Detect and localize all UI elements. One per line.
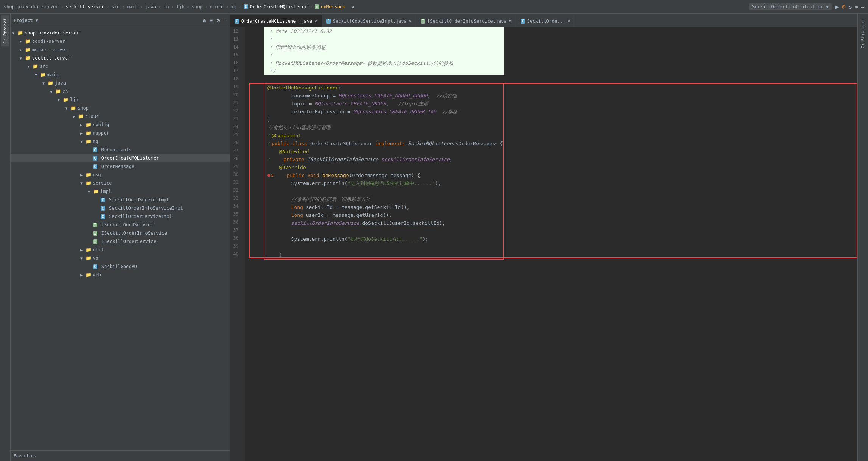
editor-area: C OrderCreateMQListener.java ✕ C Seckill… bbox=[230, 14, 857, 461]
code-line-16: * RocketMQListener<OrderMessage> 参数是秒杀方法… bbox=[264, 59, 504, 67]
breadcrumb-item-1[interactable]: seckill-server bbox=[66, 4, 104, 9]
tree-item-main[interactable]: ▼ 📁 main bbox=[11, 71, 230, 79]
breadcrumb-item-9[interactable]: mq bbox=[231, 4, 236, 9]
code-line-23: ) bbox=[264, 116, 503, 124]
panel-ctrl-2[interactable]: ≡ bbox=[210, 17, 213, 24]
tree-item-shop[interactable]: ▼ 📁 shop bbox=[11, 104, 230, 112]
code-line-22: selectorExpression = MQConstants.CREATE_… bbox=[264, 108, 503, 116]
breadcrumb-item-2[interactable]: src bbox=[111, 4, 120, 9]
tab-icon-0: C bbox=[235, 19, 239, 24]
tree-item-vo[interactable]: ▼ 📁 vo bbox=[11, 254, 230, 262]
breadcrumb-item-3[interactable]: main bbox=[127, 4, 138, 9]
panel-ctrl-3[interactable]: ⚙ bbox=[217, 17, 220, 24]
tab-iseckillorderinfoservice[interactable]: I ISeckillOrderInfoService.java ✕ bbox=[416, 15, 516, 27]
breadcrumb-method-icon: m bbox=[315, 4, 320, 9]
tab-close-3[interactable]: ✕ bbox=[568, 19, 570, 24]
tree-item-config[interactable]: ▶ 📁 config bbox=[11, 121, 230, 129]
tree-item-ljh[interactable]: ▼ 📁 ljh bbox=[11, 96, 230, 104]
structure-tab-label[interactable]: Z: Structure bbox=[859, 15, 867, 51]
reload-button[interactable]: ↻ bbox=[849, 4, 852, 10]
tree-item-seckillgoodvo[interactable]: ▶ C SeckillGoodVO bbox=[11, 262, 230, 271]
tree-item-seckillorderinfoserviceimpl[interactable]: ▶ C SeckillOrderInfoServiceImpl bbox=[11, 204, 230, 212]
structure-tab: Z: Structure bbox=[857, 14, 868, 461]
code-line-17: */ bbox=[264, 67, 504, 75]
tree-item-msg[interactable]: ▶ 📁 msg bbox=[11, 171, 230, 179]
tab-ordercreateMQlistener[interactable]: C OrderCreateMQListener.java ✕ bbox=[230, 15, 322, 27]
code-line-36: seckillOrderInfoService.doSeckill(userId… bbox=[264, 219, 503, 227]
code-line-33: //拿到对应的数据后，调用秒杀方法 bbox=[264, 195, 503, 203]
code-line-14: * 消费MQ里面的秒杀消息 bbox=[264, 43, 504, 51]
code-line-19: @RocketMQMessageListener( bbox=[264, 84, 503, 92]
code-line-35: Long userId = message.getUserId(); bbox=[264, 211, 503, 219]
panel-ctrl-4[interactable]: — bbox=[224, 17, 227, 24]
tab-label-0: OrderCreateMQListener.java bbox=[241, 19, 312, 24]
code-line-15: * bbox=[264, 51, 504, 59]
tree-item-iseckillorderservice[interactable]: ▶ I ISeckillOrderService bbox=[11, 237, 230, 246]
code-line-28: ✓ private ISeckillOrderInfoService secki… bbox=[264, 155, 503, 163]
tree-item-seckill-server[interactable]: ▼ 📁 seckill-server bbox=[11, 54, 230, 62]
tab-label-3: SeckillOrde... bbox=[527, 19, 565, 24]
tree-item-iseckillorderinfoservice[interactable]: ▶ I ISeckillOrderInfoService bbox=[11, 229, 230, 237]
panel-ctrl-1[interactable]: ⊕ bbox=[203, 17, 206, 24]
tree-item-java[interactable]: ▼ 📁 java bbox=[11, 79, 230, 87]
tab-close-1[interactable]: ✕ bbox=[409, 19, 412, 24]
line-numbers-column: 12 13 14 15 16 17 18 19 20 21 22 23 24 2… bbox=[230, 27, 245, 461]
tree-item-mapper[interactable]: ▶ 📁 mapper bbox=[11, 129, 230, 137]
tree-item-ordermessage[interactable]: ▶ C OrderMessage bbox=[11, 162, 230, 171]
tab-close-0[interactable]: ✕ bbox=[314, 19, 317, 24]
debug-button[interactable]: ⚙ bbox=[842, 3, 846, 10]
code-line-34: Long seckillId = message.getSeckillId(); bbox=[264, 203, 503, 211]
panel-title: Project ▼ bbox=[14, 18, 38, 23]
code-line-32 bbox=[264, 187, 503, 195]
tree-item-cloud[interactable]: ▼ 📁 cloud bbox=[11, 112, 230, 121]
tab-seckillgoodserviceimpl[interactable]: C SeckillGoodServiceImpl.java ✕ bbox=[322, 15, 416, 27]
tree-item-mqconstants[interactable]: ▶ C MQConstants bbox=[11, 146, 230, 154]
tree-item-ordercreateMQlistener[interactable]: ▶ C OrderCreateMQListener bbox=[11, 154, 230, 162]
tab-close-2[interactable]: ✕ bbox=[509, 19, 512, 24]
code-line-38: System.err.println("执行完doSeckill方法......… bbox=[264, 235, 503, 243]
breadcrumb-item-5[interactable]: cn bbox=[163, 4, 169, 9]
tree-item-seckillgoodserviceimpl[interactable]: ▶ C SeckillGoodServiceImpl bbox=[11, 196, 230, 204]
tree-item-src[interactable]: ▼ 📁 src bbox=[11, 62, 230, 71]
project-tree: ▼ 📁 shop-provider-server ▶ 📁 goods-serve… bbox=[11, 27, 230, 450]
code-main-area[interactable]: * date 2022/12/1 0:32 * * 消费MQ里面的秒杀消息 * … bbox=[264, 27, 504, 461]
breadcrumb-item-method[interactable]: onMessage bbox=[321, 4, 345, 9]
project-panel: Project ▼ ⊕ ≡ ⚙ — ▼ 📁 shop-provider-serv… bbox=[11, 14, 230, 461]
tree-item-seckillorderserviceimpl[interactable]: ▶ C SeckillOrderServiceImpl bbox=[11, 212, 230, 221]
code-line-31: System.err.println("进入到创建秒杀成功的订单中......"… bbox=[264, 179, 503, 187]
tree-item-impl[interactable]: ▼ 📁 impl bbox=[11, 187, 230, 196]
more-button[interactable]: ⊕ bbox=[855, 4, 858, 10]
red-border-block: @RocketMQMessageListener( consumerGroup … bbox=[264, 83, 504, 260]
controller-dropdown[interactable]: SeckillOrderInfoController ▼ bbox=[749, 3, 832, 10]
breadcrumb-class-icon: C bbox=[244, 4, 248, 9]
side-tabs: 1: Project bbox=[0, 14, 11, 461]
tab-seckillorde[interactable]: C SeckillOrde... ✕ bbox=[516, 15, 575, 27]
breadcrumb-item-class[interactable]: OrderCreateMQListener bbox=[250, 4, 308, 9]
editor-tabs-bar: C OrderCreateMQListener.java ✕ C Seckill… bbox=[230, 14, 857, 27]
code-line-24: //交给spring容器进行管理 bbox=[264, 124, 503, 132]
collapse-button[interactable]: — bbox=[861, 4, 864, 10]
tree-item-iseckillgoodservice[interactable]: ▶ I ISeckillGoodService bbox=[11, 221, 230, 229]
tree-item-web[interactable]: ▶ 📁 web bbox=[11, 271, 230, 279]
run-button[interactable]: ▶ bbox=[835, 3, 839, 11]
code-line-29: @Override bbox=[264, 163, 503, 171]
code-wrapper: 12 13 14 15 16 17 18 19 20 21 22 23 24 2… bbox=[230, 27, 857, 461]
tree-item-goods-server[interactable]: ▶ 📁 goods-server bbox=[11, 37, 230, 45]
breadcrumb-item-8[interactable]: cloud bbox=[210, 4, 223, 9]
breadcrumb-item-6[interactable]: ljh bbox=[176, 4, 184, 9]
breadcrumb-item-0[interactable]: shop-provider-server bbox=[4, 4, 59, 9]
code-line-18 bbox=[264, 75, 504, 83]
tree-item-member-server[interactable]: ▶ 📁 member-server bbox=[11, 45, 230, 54]
tab-icon-2: I bbox=[421, 19, 425, 24]
tree-item-cn[interactable]: ▼ 📁 cn bbox=[11, 87, 230, 96]
tree-item-mq[interactable]: ▼ 📁 mq bbox=[11, 137, 230, 146]
breadcrumb-item-7[interactable]: shop bbox=[192, 4, 203, 9]
tree-item-shop-provider-server[interactable]: ▼ 📁 shop-provider-server bbox=[11, 29, 230, 37]
breadcrumb-item-4[interactable]: java bbox=[145, 4, 156, 9]
tree-item-service[interactable]: ▼ 📁 service bbox=[11, 179, 230, 187]
breadcrumb-nav-back[interactable]: ◀ bbox=[351, 4, 354, 9]
tree-item-util[interactable]: ▶ 📁 util bbox=[11, 246, 230, 254]
sidebar-tab-project[interactable]: 1: Project bbox=[1, 15, 9, 46]
code-line-25: ✓ @Component bbox=[264, 132, 503, 140]
code-line-40: } bbox=[264, 251, 503, 259]
